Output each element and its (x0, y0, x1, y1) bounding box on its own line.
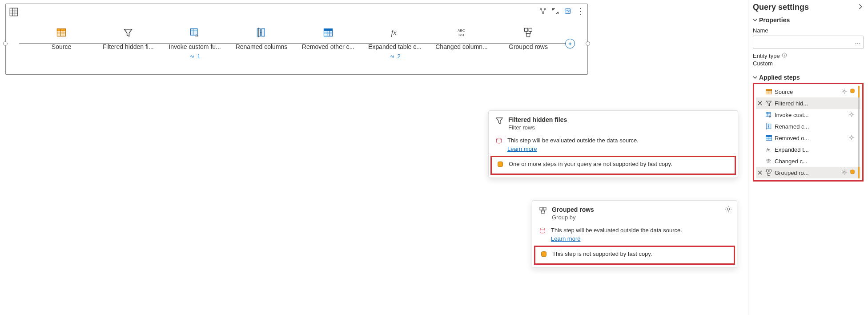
svg-text:fx: fx (766, 147, 770, 152)
svg-rect-19 (261, 29, 265, 36)
step-status-bar (858, 97, 860, 109)
abc123-icon: ABC123 (455, 26, 468, 39)
flow-node[interactable]: Grouped rows (495, 26, 562, 50)
svg-rect-0 (10, 8, 18, 16)
svg-point-41 (784, 54, 784, 54)
flow-node-label: Invoke custom fu... (169, 43, 221, 50)
table-blue-icon (765, 134, 773, 141)
more-icon[interactable]: ⋮ (576, 7, 585, 16)
svg-rect-69 (768, 174, 770, 176)
properties-section[interactable]: Properties (753, 16, 864, 24)
flow-node[interactable]: fx Invoke custom fu... 1 (161, 26, 228, 60)
group-icon (522, 26, 534, 39)
step-status-bar (858, 86, 860, 97)
flow-node-label: Expanded table c... (368, 43, 422, 50)
flow-node[interactable]: Source (28, 26, 95, 50)
fx-table-icon: fx (189, 26, 201, 39)
applied-step[interactable]: Filtered hid... (756, 97, 860, 109)
chevron-right-icon[interactable] (857, 3, 864, 12)
svg-rect-35 (540, 207, 542, 210)
warn-db-icon (495, 137, 503, 146)
name-input[interactable] (753, 36, 864, 49)
svg-point-48 (844, 90, 845, 92)
applied-step[interactable]: Removed o... (756, 132, 860, 144)
applied-step[interactable]: fx Invoke cust... (756, 109, 860, 121)
svg-text:123: 123 (458, 33, 464, 37)
gear-icon[interactable] (841, 88, 848, 96)
step-status-bar (858, 121, 860, 132)
flow-node-label: Changed column... (435, 43, 488, 50)
db-warn-icon (540, 250, 548, 260)
step-label: Filtered hid... (775, 100, 854, 107)
applied-step[interactable]: Source (756, 86, 860, 97)
svg-text:ABC: ABC (766, 158, 771, 161)
chevron-down-icon (753, 75, 757, 80)
rename-col-icon (765, 123, 773, 130)
delete-step-icon[interactable] (757, 170, 763, 175)
database-icon (849, 88, 856, 96)
delete-step-icon[interactable] (757, 101, 763, 105)
tooltip-card-filtered: Filtered hidden files Filter rows This s… (488, 110, 738, 178)
svg-rect-37 (542, 211, 544, 214)
database-icon (849, 169, 856, 177)
table-icon (9, 8, 18, 16)
svg-text:fx: fx (195, 33, 199, 38)
flow-entry-connector (3, 41, 8, 46)
tooltip-card-grouped: Grouped rows Group by This step will be … (532, 200, 737, 268)
applied-step[interactable]: Renamed c... (756, 121, 860, 132)
learn-more-link[interactable]: Learn more (551, 235, 682, 242)
rename-col-icon (255, 26, 268, 39)
data-preview-icon[interactable] (563, 7, 572, 16)
link-badge[interactable]: 2 (389, 53, 400, 60)
diagram-view-icon[interactable] (538, 7, 547, 16)
applied-steps-section[interactable]: Applied steps (753, 74, 864, 81)
step-label: Grouped ro... (775, 170, 840, 176)
warn-db-icon (538, 227, 547, 236)
step-label: Removed o... (775, 135, 847, 141)
flow-node[interactable]: Removed other c... (295, 26, 362, 50)
step-label: Expanded t... (775, 146, 854, 153)
step-status-bar (858, 155, 860, 167)
fastcopy-warning-text: This step is not supported by fast copy. (552, 250, 652, 257)
input-options-button[interactable]: … (855, 38, 861, 45)
svg-rect-44 (766, 89, 772, 90)
name-label: Name (753, 27, 864, 34)
learn-more-link[interactable]: Learn more (507, 145, 639, 152)
card-subtitle: Group by (552, 214, 594, 221)
card-title: Filtered hidden files (508, 116, 567, 123)
flow-node[interactable]: fx Expanded table c... 2 (362, 26, 428, 60)
svg-rect-67 (766, 170, 768, 172)
add-step-button[interactable]: + (565, 39, 575, 48)
gear-icon[interactable] (848, 134, 856, 142)
svg-text:fx: fx (391, 28, 397, 37)
query-flow-panel: ⋮ Source Filtered hidden fi... fx Invoke… (5, 4, 588, 75)
chevron-down-icon (753, 18, 757, 22)
info-icon[interactable] (782, 52, 787, 59)
link-badge[interactable]: 1 (189, 53, 200, 60)
applied-step[interactable]: Grouped ro... (756, 167, 860, 178)
flow-nodes: Source Filtered hidden fi... fx Invoke c… (28, 26, 562, 60)
query-settings-panel: Query settings Properties Name … Entity … (748, 0, 868, 315)
collapse-icon[interactable] (551, 7, 560, 16)
gear-icon[interactable] (724, 205, 732, 214)
svg-point-63 (851, 136, 852, 138)
applied-step[interactable]: fx Expanded t... (756, 144, 860, 155)
svg-rect-36 (543, 207, 546, 210)
step-label: Source (775, 89, 840, 95)
svg-point-34 (727, 208, 729, 210)
svg-rect-10 (57, 29, 65, 31)
flow-node[interactable]: Renamed columns (228, 26, 295, 50)
svg-point-32 (497, 138, 502, 140)
svg-point-7 (542, 12, 544, 14)
svg-text:fx: fx (769, 115, 772, 118)
gear-icon[interactable] (841, 169, 848, 177)
svg-rect-22 (324, 29, 332, 31)
step-status-bar (858, 167, 860, 178)
flow-node[interactable]: Filtered hidden fi... (95, 26, 161, 50)
gear-icon[interactable] (848, 111, 856, 119)
flow-node[interactable]: ABC123 Changed column... (428, 26, 495, 50)
group-icon (765, 169, 773, 176)
table-orange-icon (765, 88, 773, 95)
applied-step[interactable]: ABC123 Changed c... (756, 155, 860, 167)
table-orange-icon (55, 26, 68, 39)
